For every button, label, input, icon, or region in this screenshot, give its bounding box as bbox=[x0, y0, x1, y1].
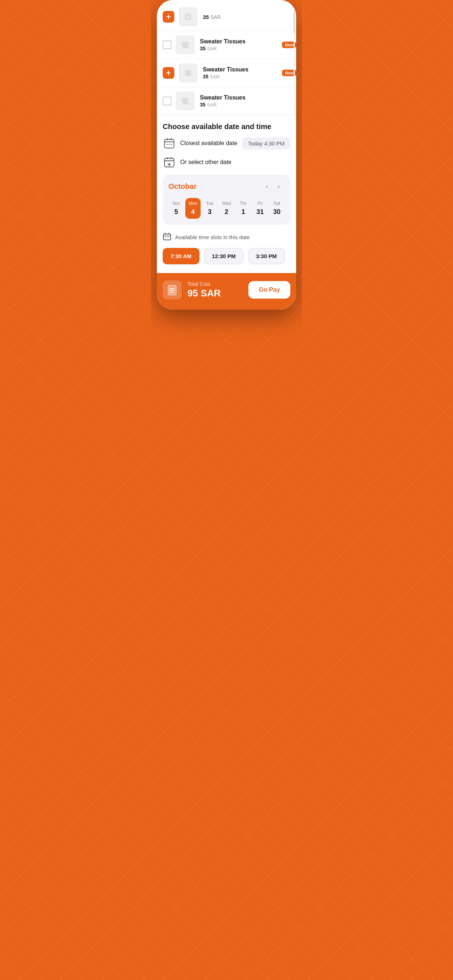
total-cost-amount: 95 SAR bbox=[187, 288, 242, 299]
calendar-day-sun[interactable]: Sun 5 bbox=[169, 198, 184, 219]
other-date-label: Or select other date bbox=[180, 159, 290, 165]
calendar-days-row: Sun 5 Mon 4 Tue 3 Wed 2 Thr 1 Fri 31 Sat… bbox=[169, 198, 284, 219]
svg-rect-9 bbox=[171, 138, 171, 140]
product-list-container: 35 SAR bbox=[157, 5, 296, 115]
calendar-widget: Octobar ‹ › Sun 5 Mon 4 Tue 3 Wed 2 Thr … bbox=[163, 175, 290, 224]
day-num-sun: 5 bbox=[174, 208, 178, 216]
svg-rect-0 bbox=[185, 13, 191, 20]
product-image-1 bbox=[176, 35, 195, 54]
day-num-tue: 3 bbox=[208, 208, 212, 216]
bill-icon-wrapper bbox=[163, 280, 182, 299]
svg-point-12 bbox=[171, 144, 172, 145]
product-image-partial bbox=[179, 7, 198, 26]
day-num-sat: 30 bbox=[273, 208, 281, 216]
product-price-3: 35 SAR bbox=[200, 102, 290, 108]
calendar-day-sat[interactable]: Sat 30 bbox=[269, 198, 284, 219]
calendar-header: Octobar ‹ › bbox=[169, 180, 284, 192]
other-date-row: Or select other date bbox=[157, 156, 296, 175]
day-num-wed: 2 bbox=[225, 208, 228, 216]
svg-point-11 bbox=[169, 144, 170, 145]
day-num-thr: 1 bbox=[241, 208, 245, 216]
add-button-partial[interactable] bbox=[163, 11, 174, 22]
section-title-date: Choose available date and time bbox=[157, 115, 296, 137]
day-name-mon: Mon bbox=[188, 201, 197, 206]
day-num-fri: 31 bbox=[257, 208, 264, 216]
day-name-fri: Fri bbox=[257, 201, 263, 206]
product-info-1: Sweater Tissues 35 SAR bbox=[200, 38, 290, 51]
bottom-bar: Total Cost 95 SAR Go Pay bbox=[157, 273, 296, 310]
calendar-prev-button[interactable]: ‹ bbox=[261, 180, 273, 192]
time-slot-1[interactable]: 12:30 PM bbox=[204, 248, 244, 264]
plus-icon-2 bbox=[166, 70, 171, 75]
time-slots-label: Available time slots in this date bbox=[175, 234, 250, 240]
svg-rect-14 bbox=[167, 157, 168, 159]
closest-date-value[interactable]: Today 4:30 PM bbox=[242, 137, 290, 150]
product-item-3: Sweater Tissues 35 SAR bbox=[157, 87, 296, 115]
svg-point-10 bbox=[167, 144, 168, 145]
checkbox-3[interactable] bbox=[163, 97, 171, 105]
total-cost-info: Total Cost 95 SAR bbox=[187, 281, 242, 299]
clock-icon bbox=[163, 232, 171, 242]
product-image-2 bbox=[179, 64, 198, 83]
svg-rect-7 bbox=[164, 139, 174, 148]
calendar-day-mon[interactable]: Mon 4 bbox=[185, 198, 201, 219]
svg-point-17 bbox=[165, 237, 166, 238]
day-name-sun: Sun bbox=[172, 201, 180, 206]
currency-partial: SAR bbox=[211, 14, 221, 20]
svg-rect-15 bbox=[171, 157, 171, 159]
product-name-1: Sweater Tissues bbox=[200, 38, 290, 45]
svg-rect-8 bbox=[167, 138, 168, 140]
total-cost-label: Total Cost bbox=[187, 281, 242, 287]
scrollbar-track bbox=[293, 5, 295, 115]
add-button-2[interactable] bbox=[163, 67, 174, 79]
product-image-3 bbox=[176, 92, 195, 110]
svg-point-6 bbox=[184, 99, 187, 101]
product-name-3: Sweater Tissues bbox=[200, 94, 290, 101]
time-slots-row: 7:30 AM12:30 PM3:30 PM bbox=[163, 248, 290, 264]
calendar-next-button[interactable]: › bbox=[273, 180, 284, 192]
time-slot-2[interactable]: 3:30 PM bbox=[248, 248, 285, 264]
product-item-1: Sweater Tissues 35 SAR New bbox=[157, 31, 296, 59]
calendar-day-wed[interactable]: Wed 2 bbox=[219, 198, 234, 219]
phone-wrapper: 35 SAR bbox=[151, 0, 302, 324]
svg-point-18 bbox=[167, 237, 167, 238]
product-price-2: 35 SAR bbox=[203, 74, 290, 80]
screen-content: 35 SAR bbox=[157, 5, 296, 310]
calendar-day-thr[interactable]: Thr 1 bbox=[236, 198, 251, 219]
scrollbar-thumb[interactable] bbox=[293, 12, 295, 33]
time-section: Available time slots in this date 7:30 A… bbox=[157, 232, 296, 264]
go-pay-button[interactable]: Go Pay bbox=[248, 281, 290, 299]
product-info-3: Sweater Tissues 35 SAR bbox=[200, 94, 290, 108]
product-item-2: Sweater Tissues 35 SAR New bbox=[157, 59, 296, 87]
product-info-partial: 35 SAR bbox=[203, 14, 290, 20]
product-info-2: Sweater Tissues 35 SAR bbox=[203, 66, 290, 80]
day-name-sat: Sat bbox=[274, 201, 280, 206]
svg-point-2 bbox=[184, 43, 187, 45]
product-item-partial: 35 SAR bbox=[157, 5, 296, 31]
product-price-partial: 35 SAR bbox=[203, 14, 290, 20]
checkbox-1[interactable] bbox=[163, 40, 171, 49]
calendar-icon-1 bbox=[163, 137, 176, 150]
time-slot-0[interactable]: 7:30 AM bbox=[163, 248, 199, 264]
product-name-2: Sweater Tissues bbox=[203, 66, 290, 73]
product-price-1: 35 SAR bbox=[200, 46, 290, 51]
calendar-add-icon bbox=[163, 156, 176, 169]
phone-top-bar bbox=[157, 0, 296, 5]
svg-point-19 bbox=[169, 237, 169, 238]
day-name-wed: Wed bbox=[222, 201, 231, 206]
calendar-month: Octobar bbox=[169, 182, 261, 191]
day-name-thr: Thr bbox=[240, 201, 247, 206]
time-slots-label-row: Available time slots in this date bbox=[163, 232, 290, 242]
day-num-mon: 4 bbox=[191, 208, 195, 216]
calendar-day-tue[interactable]: Tue 3 bbox=[202, 198, 217, 219]
svg-point-4 bbox=[187, 71, 189, 73]
closest-date-label: Closest available date bbox=[180, 140, 242, 146]
closest-date-row: Closest available date Today 4:30 PM bbox=[157, 137, 296, 156]
day-name-tue: Tue bbox=[206, 201, 214, 206]
plus-icon-partial bbox=[166, 14, 171, 19]
phone-device: 35 SAR bbox=[157, 0, 296, 310]
calendar-day-fri[interactable]: Fri 31 bbox=[252, 198, 268, 219]
